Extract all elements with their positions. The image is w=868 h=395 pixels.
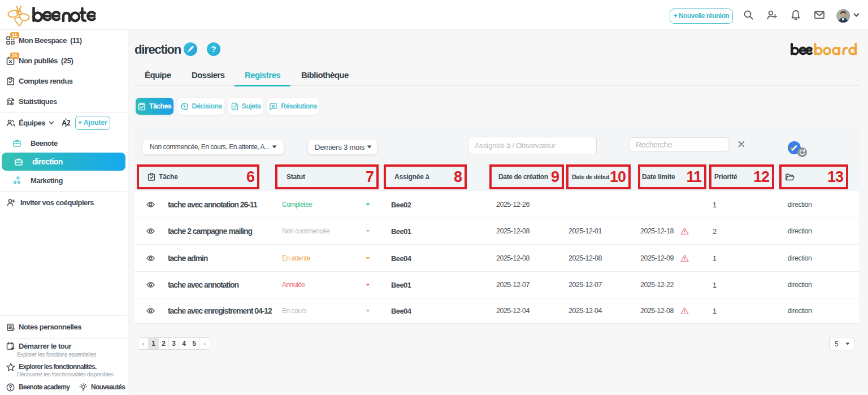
svg-text:R: R xyxy=(272,103,275,108)
